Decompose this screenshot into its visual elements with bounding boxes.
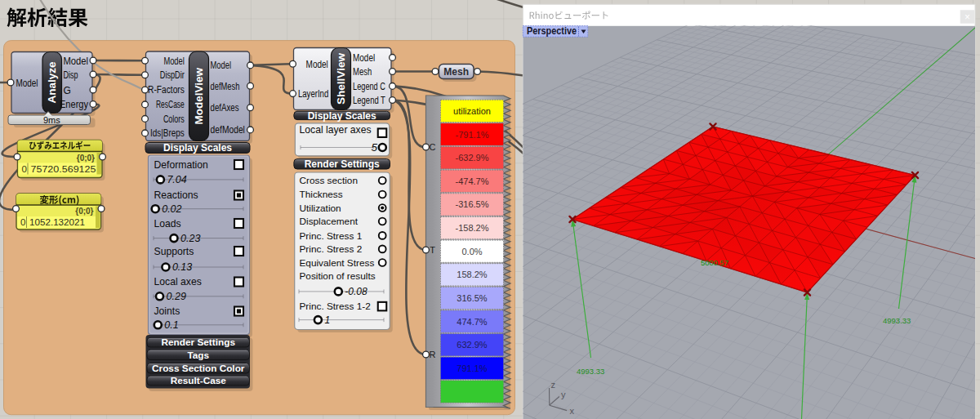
svg-text:Display Scales: Display Scales xyxy=(308,110,376,122)
svg-text:Model: Model xyxy=(306,59,328,70)
svg-text:0.0%: 0.0% xyxy=(461,247,482,256)
svg-text:ResCase: ResCase xyxy=(156,99,185,110)
svg-text:Legend C: Legend C xyxy=(353,81,385,92)
svg-text:Model: Model xyxy=(163,56,184,67)
svg-text:0: 0 xyxy=(22,164,27,174)
svg-text:Thickness: Thickness xyxy=(300,189,343,200)
svg-text:x: x xyxy=(570,406,575,416)
svg-text:utilization: utilization xyxy=(453,106,491,116)
svg-text:0: 0 xyxy=(20,217,25,227)
svg-text:632.9%: 632.9% xyxy=(457,340,488,350)
svg-text:158.2%: 158.2% xyxy=(457,270,488,279)
svg-text:Princ. Stress 1-2: Princ. Stress 1-2 xyxy=(300,301,371,312)
svg-text:Model: Model xyxy=(64,56,89,67)
svg-text:Display Scales: Display Scales xyxy=(163,142,232,154)
svg-text:Displacement: Displacement xyxy=(300,216,359,227)
svg-text:T: T xyxy=(430,245,435,255)
svg-text:Princ. Stress 1: Princ. Stress 1 xyxy=(300,230,363,242)
svg-text:316.5%: 316.5% xyxy=(457,293,488,303)
svg-text:{0;0}: {0;0} xyxy=(75,207,93,216)
svg-text:0.13: 0.13 xyxy=(172,261,192,273)
svg-text:Deformation: Deformation xyxy=(154,159,208,171)
svg-text:defModel: defModel xyxy=(211,124,245,136)
svg-text:ModelView: ModelView xyxy=(193,67,205,124)
svg-text:-474.7%: -474.7% xyxy=(456,176,489,186)
svg-text:Ids|Breps: Ids|Breps xyxy=(150,127,185,139)
svg-text:ShellView: ShellView xyxy=(335,53,347,105)
svg-text:{0;0}: {0;0} xyxy=(77,154,95,163)
svg-text:Mesh: Mesh xyxy=(443,66,469,78)
svg-text:Equivalent Stress: Equivalent Stress xyxy=(300,257,375,269)
svg-text:Loads: Loads xyxy=(154,218,181,230)
svg-text:Reactions: Reactions xyxy=(154,189,198,201)
svg-text:Supports: Supports xyxy=(154,246,194,257)
svg-text:474.7%: 474.7% xyxy=(457,317,488,327)
svg-text:1: 1 xyxy=(324,314,330,326)
svg-text:R-Factors: R-Factors xyxy=(148,84,185,96)
svg-text:×: × xyxy=(964,11,970,23)
svg-text:0.29: 0.29 xyxy=(167,291,186,302)
svg-text:Joints: Joints xyxy=(154,305,180,317)
svg-text:Cross Section Color: Cross Section Color xyxy=(152,363,245,374)
svg-text:-0.08: -0.08 xyxy=(345,286,368,297)
svg-text:-632.9%: -632.9% xyxy=(456,153,489,163)
svg-text:4993.33: 4993.33 xyxy=(577,367,604,376)
svg-text:defAxes: defAxes xyxy=(211,102,239,114)
svg-text:LayerInd: LayerInd xyxy=(298,88,328,100)
svg-text:Cross section: Cross section xyxy=(300,175,358,186)
svg-text:9ms: 9ms xyxy=(43,115,60,125)
svg-text:-791.1%: -791.1% xyxy=(456,130,489,140)
svg-text:Princ. Stress 2: Princ. Stress 2 xyxy=(300,243,363,255)
svg-text:Disp: Disp xyxy=(64,69,78,81)
svg-text:Result-Case: Result-Case xyxy=(171,375,227,386)
svg-text:1052.132021: 1052.132021 xyxy=(29,217,85,227)
svg-text:Render Settings: Render Settings xyxy=(162,337,236,348)
svg-text:5: 5 xyxy=(371,141,377,154)
svg-text:C: C xyxy=(430,142,436,152)
svg-text:Perspective: Perspective xyxy=(527,25,577,37)
svg-text:Local axes: Local axes xyxy=(154,276,202,288)
svg-text:Energy: Energy xyxy=(60,99,88,110)
svg-text:Colors: Colors xyxy=(163,114,185,125)
svg-text:Model: Model xyxy=(16,78,38,89)
svg-text:0.02: 0.02 xyxy=(162,203,181,215)
svg-text:DispDir: DispDir xyxy=(160,69,185,81)
svg-text:0.23: 0.23 xyxy=(180,233,200,244)
svg-text:Model: Model xyxy=(211,60,231,71)
svg-text:y: y xyxy=(561,390,566,399)
svg-text:Analyze: Analyze xyxy=(46,61,58,104)
svg-text:5000.57: 5000.57 xyxy=(701,258,728,267)
svg-text:0.1: 0.1 xyxy=(164,319,178,331)
svg-text:75720.569125: 75720.569125 xyxy=(31,164,96,174)
svg-text:Mesh: Mesh xyxy=(353,66,372,78)
svg-text:z: z xyxy=(551,380,556,390)
svg-text:Render Settings: Render Settings xyxy=(305,158,380,170)
svg-text:Local layer axes: Local layer axes xyxy=(300,124,372,136)
svg-text:G: G xyxy=(64,85,71,96)
svg-text:7.04: 7.04 xyxy=(167,174,186,185)
svg-text:4993.33: 4993.33 xyxy=(883,316,911,325)
svg-text:R: R xyxy=(430,350,436,359)
svg-text:Legend T: Legend T xyxy=(353,95,385,106)
svg-text:Model: Model xyxy=(353,52,375,64)
svg-text:defMesh: defMesh xyxy=(211,81,240,92)
svg-text:-158.2%: -158.2% xyxy=(456,223,489,233)
svg-text:Tags: Tags xyxy=(187,350,209,361)
svg-text:791.1%: 791.1% xyxy=(457,363,488,373)
svg-text:-316.5%: -316.5% xyxy=(456,199,489,209)
svg-text:Position of results: Position of results xyxy=(300,270,376,282)
svg-text:Utilization: Utilization xyxy=(300,203,341,214)
